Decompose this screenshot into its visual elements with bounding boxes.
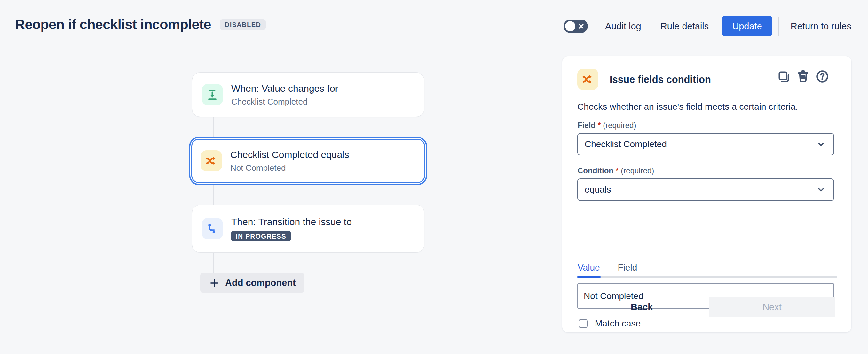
panel-description: Checks whether an issue's field meets a … [577, 102, 798, 112]
chevron-down-icon [816, 185, 826, 194]
add-component-button[interactable]: Add component [200, 273, 305, 293]
automation-rule-editor: Reopen if checklist incomplete DISABLED … [0, 0, 868, 354]
field-select[interactable]: Checklist Completed [577, 133, 834, 155]
field-label: Field* (required) [578, 121, 636, 130]
header-actions: Audit log Rule details Update Return to … [563, 16, 851, 37]
compare-tabs: Value Field [578, 262, 637, 273]
next-button[interactable]: Next [709, 297, 835, 317]
trigger-card-title: When: Value changes for [231, 83, 338, 95]
help-button[interactable] [815, 69, 830, 84]
condition-select[interactable]: equals [577, 179, 834, 201]
duplicate-component-button[interactable] [777, 70, 791, 85]
transition-action-icon [202, 218, 223, 239]
panel-title: Issue fields condition [610, 74, 711, 85]
condition-card-title: Checklist Completed equals [230, 149, 349, 161]
chevron-down-icon [816, 139, 826, 149]
header-divider [778, 17, 779, 36]
tab-track [577, 276, 837, 278]
condition-config-panel: Issue fields condition Checks whether an [562, 56, 851, 332]
trigger-card-subtitle: Checklist Completed [231, 96, 338, 107]
flow-card-action[interactable]: Then: Transition the issue to IN PROGRES… [192, 205, 425, 253]
rule-enabled-toggle[interactable] [563, 20, 588, 33]
shuffle-condition-icon [201, 150, 222, 171]
required-asterisk: * [616, 166, 619, 175]
back-button[interactable]: Back [618, 297, 665, 317]
audit-log-link[interactable]: Audit log [605, 21, 641, 32]
plus-icon [209, 278, 220, 288]
add-component-label: Add component [225, 278, 296, 288]
page-header: Reopen if checklist incomplete DISABLED [15, 17, 266, 32]
value-changes-trigger-icon [202, 84, 223, 105]
required-suffix: (required) [603, 121, 636, 130]
flow-card-condition-selected[interactable]: Checklist Completed equals Not Completed [189, 136, 427, 185]
condition-label: Condition* (required) [578, 166, 654, 175]
active-tab-indicator [577, 276, 601, 278]
field-select-value: Checklist Completed [585, 139, 816, 149]
condition-card-subtitle: Not Completed [230, 162, 349, 173]
transition-status-badge: IN PROGRESS [231, 231, 291, 242]
help-icon [815, 69, 830, 84]
update-button[interactable]: Update [722, 16, 772, 36]
tab-value[interactable]: Value [578, 262, 600, 273]
match-case-option[interactable]: Match case [579, 319, 641, 329]
condition-select-value: equals [585, 185, 816, 195]
match-case-checkbox[interactable] [579, 319, 588, 328]
page-title: Reopen if checklist incomplete [15, 17, 211, 32]
required-suffix: (required) [621, 166, 654, 175]
toggle-knob [565, 21, 576, 31]
tab-field[interactable]: Field [618, 262, 638, 273]
status-badge: DISABLED [220, 19, 266, 30]
shuffle-condition-icon [577, 69, 598, 90]
copy-icon [777, 70, 791, 84]
delete-component-button[interactable] [796, 69, 810, 84]
match-case-label: Match case [595, 319, 641, 329]
required-asterisk: * [598, 121, 601, 130]
flow-card-trigger[interactable]: When: Value changes for Checklist Comple… [192, 72, 425, 117]
flow-connector-line [213, 96, 214, 283]
trash-icon [796, 69, 810, 83]
rule-details-link[interactable]: Rule details [660, 21, 709, 32]
return-to-rules-link[interactable]: Return to rules [790, 21, 851, 32]
action-card-title: Then: Transition the issue to [231, 216, 352, 228]
toggle-off-x-icon [578, 23, 584, 29]
